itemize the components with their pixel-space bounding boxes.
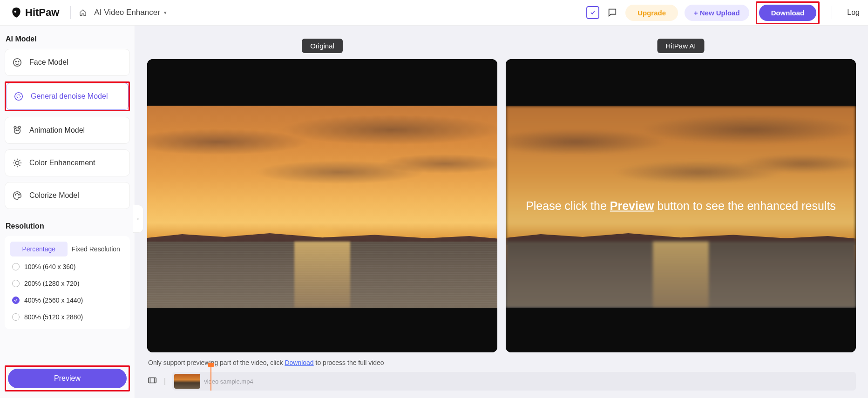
svg-point-5 [17, 94, 20, 98]
letterbox [147, 308, 497, 352]
preview-note: Only support previewing part of the vide… [147, 352, 856, 371]
option-label: 400% (2560 x 1440) [24, 297, 83, 304]
resolution-card: Percentage Fixed Resolution 100% (640 x … [5, 236, 130, 329]
original-label: Original [302, 39, 343, 53]
resolution-section-title: Resolution [5, 219, 130, 236]
new-upload-label: New Upload [700, 9, 740, 17]
face-icon [12, 57, 23, 68]
download-highlight: Download [756, 1, 820, 24]
model-label: Colorize Model [29, 191, 79, 200]
resolution-option-800[interactable]: 800% (5120 x 2880) [8, 309, 126, 325]
tab-fixed-resolution[interactable]: Fixed Resolution [68, 242, 125, 256]
resolution-option-400[interactable]: 400% (2560 x 1440) [8, 292, 126, 309]
download-link-inline[interactable]: Download [285, 359, 313, 366]
home-icon[interactable] [76, 6, 89, 19]
playhead[interactable] [210, 364, 211, 391]
brand-name: HitPaw [25, 7, 59, 19]
model-label: Face Model [29, 58, 68, 67]
new-upload-button[interactable]: New Upload [685, 5, 749, 21]
radio-icon [12, 280, 20, 287]
svg-point-8 [18, 126, 20, 128]
panel-ai: HitPaw AI Please click the Preview butto… [506, 59, 856, 352]
model-colorize[interactable]: Colorize Model [5, 182, 130, 209]
letterbox [506, 59, 856, 106]
option-label: 100% (640 x 360) [24, 263, 76, 270]
preview-button[interactable]: Preview [8, 369, 127, 388]
option-label: 800% (5120 x 2880) [24, 313, 83, 321]
hitpaw-logo-icon [10, 7, 22, 19]
header: HitPaw AI Video Enhancer ▾ Upgrade New U… [0, 0, 868, 26]
timeline-divider: | [164, 377, 166, 385]
login-link[interactable]: Log [844, 8, 860, 17]
resolution-tabs: Percentage Fixed Resolution [8, 240, 126, 258]
chevron-down-icon: ▾ [164, 10, 167, 16]
svg-point-13 [17, 193, 18, 194]
svg-point-12 [15, 194, 16, 195]
divider [832, 6, 832, 19]
aspect-ratio-icon[interactable] [147, 375, 157, 387]
svg-point-4 [15, 93, 23, 101]
panel-original: Original [147, 59, 497, 352]
brand-logo: HitPaw [5, 7, 65, 19]
product-dropdown[interactable]: AI Video Enhancer ▾ [89, 5, 171, 20]
product-title: AI Video Enhancer [94, 8, 160, 17]
compare-panels: Original HitPaw AI [147, 59, 856, 352]
letterbox [147, 59, 497, 106]
svg-point-0 [14, 11, 16, 13]
header-actions: Upgrade New Upload Download Log [586, 1, 863, 24]
upgrade-button[interactable]: Upgrade [625, 5, 678, 21]
feedback-icon[interactable] [606, 6, 619, 19]
svg-point-3 [18, 61, 19, 62]
resolution-option-200[interactable]: 200% (1280 x 720) [8, 275, 126, 292]
tasks-icon[interactable] [586, 6, 599, 19]
radio-checked-icon [12, 297, 20, 304]
ai-video-preview[interactable]: Please click the Preview button to see t… [506, 59, 856, 352]
model-animation[interactable]: Animation Model [5, 117, 130, 144]
svg-point-14 [19, 194, 20, 195]
model-label: Color Enhancement [29, 159, 95, 167]
radio-icon [12, 263, 20, 270]
svg-point-10 [18, 130, 19, 131]
main-content: Original HitPaw AI [135, 26, 868, 398]
model-label: General denoise Model [31, 92, 108, 101]
brightness-icon [12, 157, 23, 169]
preview-prompt-overlay: Please click the Preview button to see t… [526, 199, 836, 213]
radio-icon [12, 313, 20, 321]
timeline-track[interactable]: video sample.mp4 [172, 372, 856, 391]
svg-point-1 [14, 59, 21, 67]
model-denoise[interactable]: General denoise Model [5, 81, 130, 111]
timeline: | video sample.mp4 [147, 371, 856, 394]
preview-highlight: Preview [5, 365, 130, 391]
divider [70, 6, 71, 19]
original-video-preview[interactable] [147, 59, 497, 352]
model-color-enhancement[interactable]: Color Enhancement [5, 149, 130, 176]
sidebar-collapse-handle[interactable]: ‹ [133, 205, 143, 233]
ai-label: HitPaw AI [657, 39, 704, 53]
palette-icon [12, 190, 23, 201]
tab-percentage[interactable]: Percentage [10, 242, 68, 256]
clip-thumbnail[interactable] [174, 374, 200, 389]
svg-point-9 [16, 130, 17, 131]
sidebar: AI Model Face Model General denoise Mode… [0, 26, 135, 398]
ai-model-section-title: AI Model [5, 32, 130, 49]
model-label: Animation Model [29, 126, 85, 135]
svg-rect-15 [149, 378, 156, 383]
svg-point-11 [15, 161, 19, 164]
svg-point-7 [14, 126, 16, 128]
option-label: 200% (1280 x 720) [24, 280, 79, 287]
download-button[interactable]: Download [759, 5, 817, 21]
svg-point-2 [15, 61, 16, 62]
overlay-preview-word: Preview [610, 199, 654, 212]
model-face[interactable]: Face Model [5, 49, 130, 76]
letterbox [506, 308, 856, 352]
denoise-icon [13, 91, 24, 102]
animation-icon [12, 125, 23, 136]
resolution-option-100[interactable]: 100% (640 x 360) [8, 258, 126, 275]
